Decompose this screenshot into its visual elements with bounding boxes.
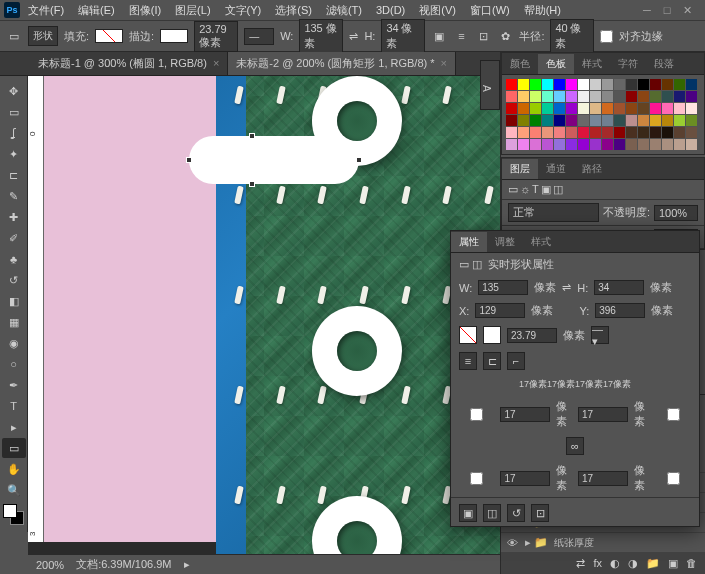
prop-h-input[interactable]	[594, 280, 644, 295]
prop-icon-1[interactable]: ▣	[459, 504, 477, 522]
anchor-handle[interactable]	[186, 157, 192, 163]
swatch-chip[interactable]	[542, 103, 553, 114]
swatch-chip[interactable]	[566, 103, 577, 114]
swatch-chip[interactable]	[506, 139, 517, 150]
swatch-chip[interactable]	[614, 139, 625, 150]
tab-adjust[interactable]: 调整	[487, 232, 523, 252]
align-edges-checkbox[interactable]	[600, 30, 613, 43]
swatch-chip[interactable]	[686, 79, 697, 90]
doc-tab-2[interactable]: 未标题-2 @ 200% (圆角矩形 1, RGB/8) *×	[228, 52, 456, 75]
swatch-chip[interactable]	[542, 127, 553, 138]
hand-tool[interactable]: ✋	[2, 459, 26, 479]
swatch-chip[interactable]	[686, 115, 697, 126]
stroke-style-select[interactable]: —	[244, 28, 274, 45]
maximize-icon[interactable]: □	[661, 4, 673, 16]
prop-w-input[interactable]	[478, 280, 528, 295]
swatch-chip[interactable]	[614, 79, 625, 90]
menu-window[interactable]: 窗口(W)	[464, 1, 516, 20]
brush-tool[interactable]: ✐	[2, 228, 26, 248]
rounded-rect-shape[interactable]	[189, 136, 359, 184]
swatch-chip[interactable]	[578, 139, 589, 150]
swatch-chip[interactable]	[578, 115, 589, 126]
move-tool[interactable]: ✥	[2, 81, 26, 101]
swatch-chip[interactable]	[542, 115, 553, 126]
swatch-chip[interactable]	[602, 79, 613, 90]
tab-close-icon[interactable]: ×	[213, 57, 219, 69]
marquee-tool[interactable]: ▭	[2, 102, 26, 122]
swatch-chip[interactable]	[554, 103, 565, 114]
history-brush-tool[interactable]: ↺	[2, 270, 26, 290]
tab-channels[interactable]: 通道	[538, 159, 574, 179]
swatch-chip[interactable]	[602, 91, 613, 102]
swatch-chip[interactable]	[530, 103, 541, 114]
swatch-chip[interactable]	[662, 127, 673, 138]
swatch-chip[interactable]	[590, 127, 601, 138]
swatch-chip[interactable]	[662, 103, 673, 114]
swatch-chip[interactable]	[518, 115, 529, 126]
swatch-chip[interactable]	[566, 127, 577, 138]
corner-bl-input[interactable]	[500, 471, 550, 486]
swatch-chip[interactable]	[662, 79, 673, 90]
swatch-chip[interactable]	[626, 79, 637, 90]
swatch-chip[interactable]	[650, 79, 661, 90]
tab-styles[interactable]: 样式	[523, 232, 559, 252]
gradient-tool[interactable]: ▦	[2, 312, 26, 332]
swatch-chip[interactable]	[674, 139, 685, 150]
menu-3d[interactable]: 3D(D)	[370, 2, 411, 18]
ruler-vertical[interactable]: 0 3	[28, 76, 44, 542]
blur-tool[interactable]: ◉	[2, 333, 26, 353]
shape-tool[interactable]: ▭	[2, 438, 26, 458]
swatch-chip[interactable]	[530, 91, 541, 102]
tab-color[interactable]: 颜色	[502, 54, 538, 74]
anchor-handle[interactable]	[356, 157, 362, 163]
blend-mode-select[interactable]: 正常	[508, 203, 599, 222]
healing-tool[interactable]: ✚	[2, 207, 26, 227]
opacity-input[interactable]: 100%	[654, 205, 698, 221]
menu-edit[interactable]: 编辑(E)	[72, 1, 121, 20]
tab-para[interactable]: 段落	[646, 54, 682, 74]
minimize-icon[interactable]: ─	[641, 4, 653, 16]
swatch-chip[interactable]	[674, 115, 685, 126]
swatch-chip[interactable]	[506, 115, 517, 126]
new-layer-icon[interactable]: ▣	[668, 557, 678, 570]
width-input[interactable]: 135 像素	[299, 19, 343, 53]
eyedropper-tool[interactable]: ✎	[2, 186, 26, 206]
menu-layer[interactable]: 图层(L)	[169, 1, 216, 20]
stroke-swatch[interactable]	[160, 29, 188, 43]
adjustment-icon[interactable]: ◑	[628, 557, 638, 570]
swatch-chip[interactable]	[602, 103, 613, 114]
canvas[interactable]	[44, 76, 500, 542]
tool-preset-icon[interactable]: ▭	[6, 28, 22, 44]
tab-paths[interactable]: 路径	[574, 159, 610, 179]
swatch-chip[interactable]	[638, 91, 649, 102]
swatch-chip[interactable]	[650, 139, 661, 150]
swatch-chip[interactable]	[590, 91, 601, 102]
menu-select[interactable]: 选择(S)	[269, 1, 318, 20]
swatch-chip[interactable]	[590, 103, 601, 114]
lasso-tool[interactable]: ʆ	[2, 123, 26, 143]
color-chips[interactable]	[0, 504, 27, 532]
type-tool[interactable]: T	[2, 396, 26, 416]
corner-tl-input[interactable]	[500, 407, 550, 422]
swatch-chip[interactable]	[638, 79, 649, 90]
fx-icon[interactable]: fx	[593, 557, 602, 569]
prop-stroke-input[interactable]	[507, 328, 557, 343]
group-icon[interactable]: 📁	[646, 557, 660, 570]
swatch-chip[interactable]	[638, 115, 649, 126]
tab-styles[interactable]: 样式	[574, 54, 610, 74]
stroke-caps-icon[interactable]: ⊏	[483, 352, 501, 370]
corner-tl-check[interactable]	[459, 408, 494, 421]
swatch-chip[interactable]	[554, 139, 565, 150]
swatch-chip[interactable]	[614, 91, 625, 102]
swatch-chip[interactable]	[542, 91, 553, 102]
prop-y-input[interactable]	[595, 303, 645, 318]
swatch-chip[interactable]	[626, 103, 637, 114]
swatch-chip[interactable]	[578, 79, 589, 90]
swatch-chip[interactable]	[602, 139, 613, 150]
swatch-chip[interactable]	[662, 115, 673, 126]
menu-view[interactable]: 视图(V)	[413, 1, 462, 20]
swatch-chip[interactable]	[662, 139, 673, 150]
swatch-chip[interactable]	[506, 91, 517, 102]
path-select-tool[interactable]: ▸	[2, 417, 26, 437]
swatch-chip[interactable]	[506, 127, 517, 138]
